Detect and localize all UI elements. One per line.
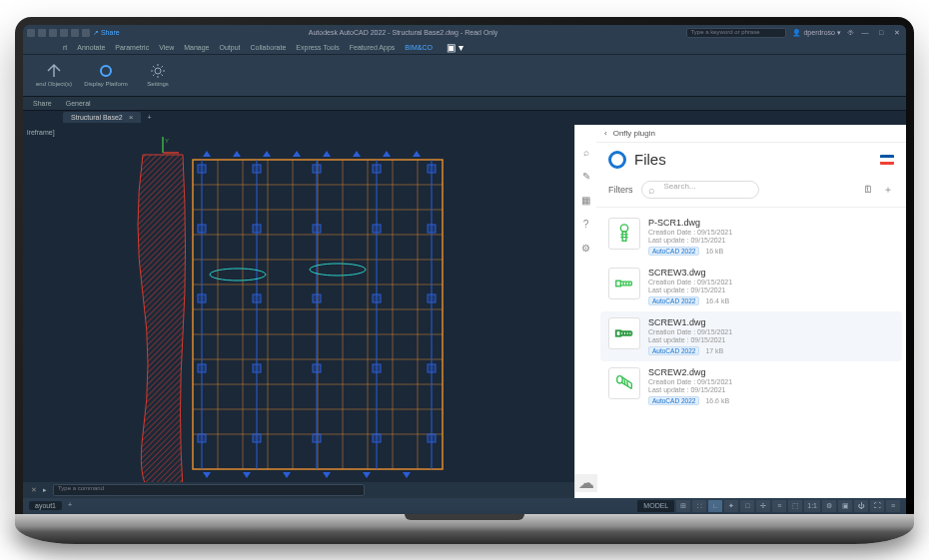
add-icon[interactable]: ＋ <box>882 184 894 196</box>
ribbon-tab[interactable]: rt <box>63 44 67 51</box>
qat-icon[interactable] <box>49 29 57 37</box>
sub-tab[interactable]: Share <box>33 100 52 107</box>
ribbon-button-label: Settings <box>147 81 169 87</box>
ortho-icon[interactable]: ∟ <box>708 500 722 512</box>
qat-icon[interactable] <box>38 29 46 37</box>
ribbon-overflow-icon[interactable]: ▣ ▾ <box>447 42 464 53</box>
isolate-icon[interactable]: ▣ <box>838 500 852 512</box>
dyninput-icon[interactable]: ✢ <box>756 500 770 512</box>
document-tab-label: Structural Base2 <box>71 114 123 121</box>
svg-marker-65 <box>383 151 391 157</box>
send-icon <box>46 63 62 79</box>
file-thumbnail <box>608 268 640 299</box>
clean-screen-icon[interactable]: ⛶ <box>870 500 884 512</box>
snap-icon[interactable]: ⸬ <box>692 500 706 512</box>
file-format-tag: AutoCAD 2022 <box>648 296 699 305</box>
svg-marker-69 <box>283 472 291 478</box>
maximize-button[interactable]: □ <box>876 28 886 38</box>
file-thumbnail <box>608 367 640 399</box>
anno-scale[interactable]: 1:1 <box>804 500 820 512</box>
calendar-icon[interactable]: 🗓 <box>862 184 874 196</box>
file-thumbnail <box>608 218 640 250</box>
polar-icon[interactable]: ✦ <box>724 500 738 512</box>
customize-icon[interactable]: ≡ <box>886 500 900 512</box>
help-search-input[interactable]: Type a keyword or phrase <box>686 28 786 38</box>
file-creation-date: Creation Date : 09/15/2021 <box>648 229 894 236</box>
filters-button[interactable]: Filters <box>608 185 633 195</box>
ribbon-tab[interactable]: Express Tools <box>296 44 339 51</box>
file-thumbnail <box>608 317 640 349</box>
ribbon-tab[interactable]: Featured Apps <box>350 44 396 51</box>
new-document-button[interactable]: + <box>147 114 151 121</box>
file-row[interactable]: SCREW1.dwgCreation Date : 09/15/2021Last… <box>600 311 902 361</box>
lineweight-icon[interactable]: ≡ <box>772 500 786 512</box>
search-icon[interactable]: ⌕ <box>580 147 592 159</box>
ribbon-tab-active[interactable]: BIM&CO <box>405 44 433 51</box>
svg-marker-70 <box>323 472 331 478</box>
file-row[interactable]: SCREW2.dwgCreation Date : 09/15/2021Last… <box>600 361 902 411</box>
layout-add-button[interactable]: + <box>68 501 72 510</box>
minimize-button[interactable]: — <box>860 28 870 38</box>
model-space-button[interactable]: MODEL <box>637 500 674 512</box>
file-row[interactable]: SCREW3.dwgCreation Date : 09/15/2021Last… <box>600 262 902 311</box>
ribbon-tab[interactable]: Annotate <box>77 44 105 51</box>
ribbon-button-label: end Object(s) <box>36 81 72 87</box>
file-row[interactable]: P-SCR1.dwgCreation Date : 09/15/2021Last… <box>600 212 902 262</box>
edit-icon[interactable]: ✎ <box>580 171 592 183</box>
search-input[interactable]: Search... <box>641 181 760 199</box>
ribbon-button-label: Display Platform <box>84 81 128 87</box>
qat-icon[interactable] <box>60 29 68 37</box>
osnap-icon[interactable]: □ <box>740 500 754 512</box>
transparency-icon[interactable]: ⬚ <box>788 500 802 512</box>
language-selector[interactable] <box>880 155 894 165</box>
qat-icon[interactable] <box>71 29 79 37</box>
display-platform-button[interactable]: Display Platform <box>81 56 131 94</box>
back-icon[interactable]: ‹ <box>604 129 607 138</box>
file-update-date: Last update : 09/15/2021 <box>648 386 894 393</box>
ribbon-sub-tabs: Share General <box>23 97 906 111</box>
layout-tab[interactable]: ayout1 <box>29 501 62 510</box>
gear-icon <box>150 63 166 79</box>
upload-icon[interactable]: ☁ <box>575 474 597 492</box>
qat-icon[interactable] <box>27 29 35 37</box>
ribbon-tab[interactable]: Output <box>220 44 241 51</box>
svg-marker-60 <box>233 151 241 157</box>
ribbon-tab[interactable]: View <box>159 44 174 51</box>
svg-marker-67 <box>203 472 211 478</box>
file-creation-date: Creation Date : 09/15/2021 <box>648 378 894 385</box>
settings-icon[interactable]: ⚙ <box>580 243 592 255</box>
ribbon-tab-strip: rt Annotate Parametric View Manage Outpu… <box>23 41 906 55</box>
grid-snap-icon[interactable]: ⊞ <box>676 500 690 512</box>
file-name: SCREW3.dwg <box>648 268 894 278</box>
svg-rect-81 <box>616 330 621 336</box>
send-object-button[interactable]: end Object(s) <box>29 56 79 94</box>
close-document-button[interactable]: × <box>129 113 134 122</box>
qat-icon[interactable] <box>82 29 90 37</box>
svg-point-0 <box>101 66 111 76</box>
ribbon-tab[interactable]: Collaborate <box>251 44 287 51</box>
sub-tab[interactable]: General <box>66 100 91 107</box>
file-creation-date: Creation Date : 09/15/2021 <box>648 328 894 335</box>
svg-point-54 <box>210 269 266 280</box>
file-size: 16.4 kB <box>705 297 729 304</box>
library-icon[interactable]: ▦ <box>580 195 592 207</box>
help-icon[interactable]: ⯑ <box>847 29 854 36</box>
status-bar: ayout1 + MODEL ⊞ ⸬ ∟ ✦ □ ✢ ≡ ⬚ 1:1 ⚙ ▣ <box>23 498 906 514</box>
ribbon-tab[interactable]: Manage <box>184 44 209 51</box>
drawing-canvas[interactable]: ireframe] <box>23 125 574 498</box>
command-input[interactable]: Type a command <box>53 484 365 496</box>
svg-marker-63 <box>323 151 331 157</box>
svg-rect-77 <box>616 280 621 286</box>
onfly-logo-icon <box>608 151 626 169</box>
document-tab[interactable]: Structural Base2 × <box>63 112 141 123</box>
platform-icon <box>98 63 114 79</box>
settings-button[interactable]: Settings <box>133 56 183 94</box>
gear-icon[interactable]: ⚙ <box>822 500 836 512</box>
hardware-accel-icon[interactable]: ⏻ <box>854 500 868 512</box>
user-menu[interactable]: 👤 dperdroso ▾ <box>792 29 841 37</box>
svg-text:Y: Y <box>165 138 169 144</box>
ribbon-tab[interactable]: Parametric <box>115 44 149 51</box>
close-button[interactable]: ✕ <box>892 28 902 38</box>
share-button[interactable]: ↗ Share <box>93 29 120 37</box>
help-icon[interactable]: ? <box>580 219 592 231</box>
